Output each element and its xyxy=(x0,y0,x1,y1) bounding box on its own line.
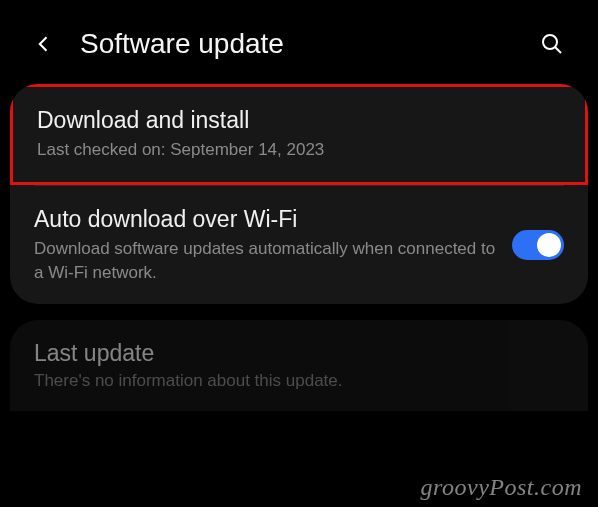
search-icon[interactable] xyxy=(538,30,566,58)
download-install-subtitle: Last checked on: September 14, 2023 xyxy=(37,138,561,162)
svg-line-1 xyxy=(555,47,561,53)
auto-download-toggle[interactable] xyxy=(512,230,564,260)
watermark: groovyPost.com xyxy=(421,474,582,501)
auto-download-item[interactable]: Auto download over Wi-Fi Download softwa… xyxy=(10,186,588,305)
settings-card: Download and install Last checked on: Se… xyxy=(10,84,588,304)
auto-download-title: Auto download over Wi-Fi xyxy=(34,206,496,233)
last-update-card[interactable]: Last update There's no information about… xyxy=(10,320,588,411)
last-update-title: Last update xyxy=(34,340,564,367)
svg-point-0 xyxy=(543,35,557,49)
auto-download-subtitle: Download software updates automatically … xyxy=(34,237,496,285)
header: Software update xyxy=(0,0,598,84)
download-install-item[interactable]: Download and install Last checked on: Se… xyxy=(10,84,588,185)
back-icon[interactable] xyxy=(32,32,56,56)
download-install-title: Download and install xyxy=(37,107,561,134)
last-update-subtitle: There's no information about this update… xyxy=(34,371,564,391)
page-title: Software update xyxy=(80,28,514,60)
